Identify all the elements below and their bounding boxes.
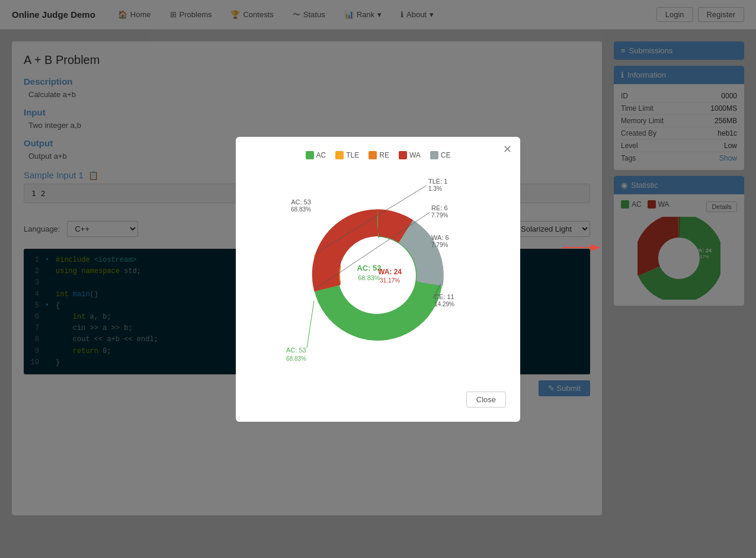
modal-legend: AC TLE RE WA CE [250, 151, 506, 159]
modal-close-btn[interactable]: Close [466, 392, 506, 408]
ac-bottom-label: AC: 53 [286, 347, 306, 354]
modal-legend-tle: TLE [335, 151, 359, 159]
statistics-modal: ✕ AC TLE RE WA CE [236, 137, 520, 422]
wa-ext-label: WA: 6 [431, 234, 449, 241]
ac-ext-label: AC: 53 [291, 198, 311, 206]
modal-ac-box [306, 151, 314, 159]
re-ext-label: RE: 6 [431, 204, 448, 211]
modal-wa-box [399, 151, 407, 159]
wa-inner-pct: 31.17% [380, 277, 400, 284]
modal-legend-re: RE [369, 151, 389, 159]
modal-donut-chart: AC: 53 68.83% WA: 24 31.17% AC: 53 68.83… [265, 169, 491, 382]
modal-overlay[interactable]: ✕ AC TLE RE WA CE [0, 0, 756, 527]
ac-bottom-pct: 68.83% [286, 355, 306, 362]
ce-ext-pct: 14.29% [434, 301, 454, 307]
modal-re-box [369, 151, 377, 159]
modal-legend-ce: CE [430, 151, 451, 159]
modal-legend-wa: WA [399, 151, 421, 159]
tle-ext-pct: 1.3% [428, 185, 442, 192]
modal-ce-box [430, 151, 438, 159]
ac-pointer-line [307, 301, 314, 348]
ac-ext-pct: 68.83% [291, 206, 311, 213]
modal-close-button[interactable]: ✕ [503, 143, 512, 156]
ac-inner-pct: 68.83% [358, 274, 380, 281]
modal-chart-container: AC: 53 68.83% WA: 24 31.17% AC: 53 68.83… [250, 169, 506, 382]
modal-footer: Close [250, 392, 506, 408]
modal-legend-ac: AC [306, 151, 326, 159]
wa-ext-pct: 7.79% [431, 242, 448, 248]
ce-ext-label: CE: 11 [434, 293, 454, 300]
modal-tle-box [335, 151, 344, 159]
wa-inner-label: WA: 24 [378, 268, 402, 276]
tle-ext-label: TLE: 1 [428, 178, 447, 185]
re-ext-pct: 7.79% [431, 212, 448, 219]
